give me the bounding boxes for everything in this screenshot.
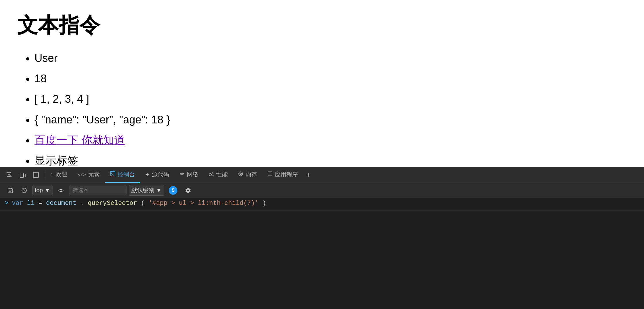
list-item-5[interactable]: 百度一下 你就知道 <box>34 133 627 148</box>
svg-point-8 <box>181 173 182 174</box>
console-line-1[interactable]: > var li = document . querySelector ( '#… <box>0 198 644 211</box>
tab-console[interactable]: 控制台 <box>105 167 140 183</box>
sidebar-toggle-button[interactable] <box>29 169 43 180</box>
punctuation-dot: . <box>80 200 84 207</box>
list-item-6: 显示标签 <box>34 153 627 167</box>
performance-tab-icon <box>209 171 214 178</box>
svg-line-9 <box>209 173 210 174</box>
tab-console-label: 控制台 <box>118 171 135 178</box>
variable-li: li <box>27 200 34 207</box>
svg-rect-6 <box>110 171 115 176</box>
block-icon <box>21 188 27 193</box>
clear-console-button[interactable] <box>5 186 16 195</box>
list-item-4: { "name": "User", "age": 18 } <box>34 112 627 127</box>
console-content: > var li = document . querySelector ( '#… <box>0 198 644 309</box>
svg-line-21 <box>22 189 26 192</box>
tab-application-label: 应用程序 <box>275 171 298 178</box>
clear-icon <box>7 188 13 193</box>
variable-document: document <box>46 200 76 207</box>
devtools-toolbar: top ▼ 默认级别 ▼ 5 <box>0 183 644 198</box>
page-title: 文本指令 <box>17 12 627 39</box>
tab-application[interactable]: 应用程序 <box>262 167 303 183</box>
punctuation-paren-open: ( <box>141 200 145 207</box>
tab-memory[interactable]: 内存 <box>233 167 262 183</box>
list-item-2: 18 <box>34 71 627 86</box>
elements-tab-icon: </> <box>78 172 86 177</box>
network-tab-icon <box>179 171 185 178</box>
console-code-1: var li = document . querySelector ( '#ap… <box>12 200 266 207</box>
log-level-selector[interactable]: 默认级别 ▼ <box>129 185 164 196</box>
svg-point-22 <box>60 190 62 191</box>
context-label: top <box>35 187 43 194</box>
device-icon <box>20 172 26 178</box>
svg-rect-13 <box>268 172 272 176</box>
list-item-1: User <box>34 51 627 66</box>
message-badge[interactable]: 5 <box>166 185 180 196</box>
keyword-var: var <box>12 200 23 207</box>
svg-rect-4 <box>33 172 39 178</box>
memory-tab-icon <box>238 171 243 178</box>
gear-icon <box>185 187 191 194</box>
filter-input[interactable] <box>69 186 126 195</box>
console-settings-button[interactable] <box>182 186 194 195</box>
sources-tab-icon: ✦ <box>145 171 150 178</box>
add-tab-button[interactable]: + <box>303 169 314 181</box>
application-tab-icon <box>267 171 273 178</box>
tab-performance[interactable]: 性能 <box>204 167 233 183</box>
svg-point-1 <box>8 174 9 175</box>
devtools-panel: ⌂ 欢迎 </> 元素 控制台 ✦ 源代码 <box>0 167 644 309</box>
console-tab-icon <box>110 171 115 178</box>
tab-elements[interactable]: </> 元素 <box>72 167 105 183</box>
tab-sources[interactable]: ✦ 源代码 <box>140 167 174 183</box>
svg-rect-2 <box>20 173 24 178</box>
punctuation-assign: = <box>39 200 46 207</box>
eye-toggle-button[interactable] <box>55 186 67 195</box>
tab-welcome-label: 欢迎 <box>56 171 67 178</box>
block-requests-button[interactable] <box>18 186 30 195</box>
tabs-separator-1 <box>44 171 44 179</box>
context-dropdown-icon: ▼ <box>45 187 50 194</box>
devtools-tabs-bar: ⌂ 欢迎 </> 元素 控制台 ✦ 源代码 <box>0 167 644 183</box>
tab-network[interactable]: 网络 <box>174 167 204 183</box>
punctuation-paren-close: ) <box>262 200 266 207</box>
svg-rect-15 <box>8 189 13 193</box>
welcome-tab-icon: ⌂ <box>50 171 53 178</box>
tab-network-label: 网络 <box>187 171 198 178</box>
tab-sources-label: 源代码 <box>152 171 169 178</box>
svg-point-12 <box>240 173 241 174</box>
method-queryselector: querySelector <box>88 200 137 207</box>
tab-performance-label: 性能 <box>216 171 228 178</box>
sidebar-icon <box>33 172 39 178</box>
console-prompt: > <box>5 200 8 207</box>
badge-circle: 5 <box>169 186 177 195</box>
tab-elements-label: 元素 <box>88 171 100 178</box>
eye-icon <box>58 188 64 193</box>
inspect-element-button[interactable] <box>3 169 16 180</box>
device-emulation-button[interactable] <box>16 169 29 180</box>
selector-string: '#app > ul > li:nth-child(7)' <box>149 200 259 207</box>
tab-memory-label: 内存 <box>246 171 257 178</box>
list-item-3: [ 1, 2, 3, 4 ] <box>34 91 627 107</box>
svg-rect-3 <box>24 174 25 177</box>
context-selector[interactable]: top ▼ <box>32 186 53 195</box>
cursor-icon <box>6 172 13 178</box>
main-content: 文本指令 User18[ 1, 2, 3, 4 ]{ "name": "User… <box>0 0 644 167</box>
log-level-label: 默认级别 <box>131 186 154 194</box>
content-list: User18[ 1, 2, 3, 4 ]{ "name": "User", "a… <box>17 51 627 167</box>
list-link-5[interactable]: 百度一下 你就知道 <box>34 134 125 146</box>
log-level-dropdown-icon: ▼ <box>156 187 162 194</box>
badge-count: 5 <box>172 188 175 193</box>
tab-welcome[interactable]: ⌂ 欢迎 <box>45 167 72 183</box>
